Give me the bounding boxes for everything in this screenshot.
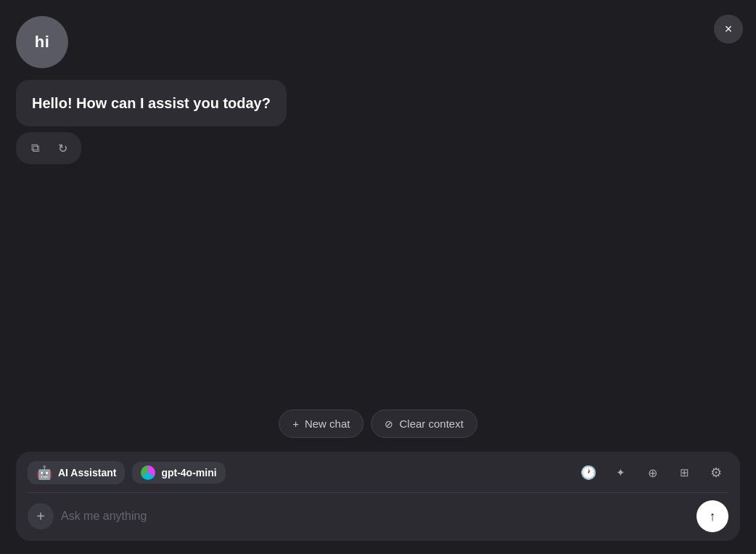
message-actions: ⧉ ↻ [16,132,81,164]
model-selector-badge[interactable]: gpt-4o-mini [132,462,225,484]
close-icon: × [725,22,733,37]
clear-context-button[interactable]: ⊘ Clear context [371,410,477,438]
regenerate-message-button[interactable]: ↻ [51,137,74,160]
bottom-actions: + New chat ⊘ Clear context [279,410,477,438]
clear-context-icon: ⊘ [385,418,393,430]
copy-icon: ⧉ [31,142,39,155]
send-button[interactable]: ↑ [697,500,728,532]
filter-button[interactable]: ⊞ [672,460,697,485]
new-chat-plus-icon: + [292,417,299,430]
user-avatar: hi [16,16,68,68]
ai-assistant-badge[interactable]: 🤖 AI Assistant [28,461,125,484]
bottom-toolbar: 🤖 AI Assistant gpt-4o-mini 🕐 ✦ ⊕ ⊞ ⚙ + [16,452,740,541]
copy-message-button[interactable]: ⧉ [23,137,46,160]
model-icon [141,465,155,480]
ai-message-bubble: Hello! How can I assist you today? [16,80,287,126]
chat-input[interactable] [61,510,689,523]
new-chat-button[interactable]: + New chat [279,410,363,438]
magic-button[interactable]: ✦ [608,460,633,485]
plus-icon: + [36,508,45,525]
close-button[interactable]: × [714,15,743,44]
settings-button[interactable]: ⚙ [704,460,728,485]
chat-area: Hello! How can I assist you today? ⧉ ↻ [16,80,740,438]
ai-message-wrapper: Hello! How can I assist you today? ⧉ ↻ [16,80,740,164]
filter-icon: ⊞ [680,466,689,479]
toolbar-bottom-row: + ↑ [28,500,728,532]
history-icon: 🕐 [580,465,596,481]
magic-icon: ✦ [616,466,625,479]
refresh-icon: ↻ [58,142,67,155]
gear-icon: ⚙ [710,465,722,481]
globe-button[interactable]: ⊕ [640,460,665,485]
send-icon: ↑ [710,509,716,524]
history-button[interactable]: 🕐 [576,460,601,485]
robot-icon: 🤖 [36,465,52,481]
add-attachment-button[interactable]: + [28,503,54,529]
toolbar-top-row: 🤖 AI Assistant gpt-4o-mini 🕐 ✦ ⊕ ⊞ ⚙ [28,460,728,493]
globe-icon: ⊕ [648,466,657,480]
